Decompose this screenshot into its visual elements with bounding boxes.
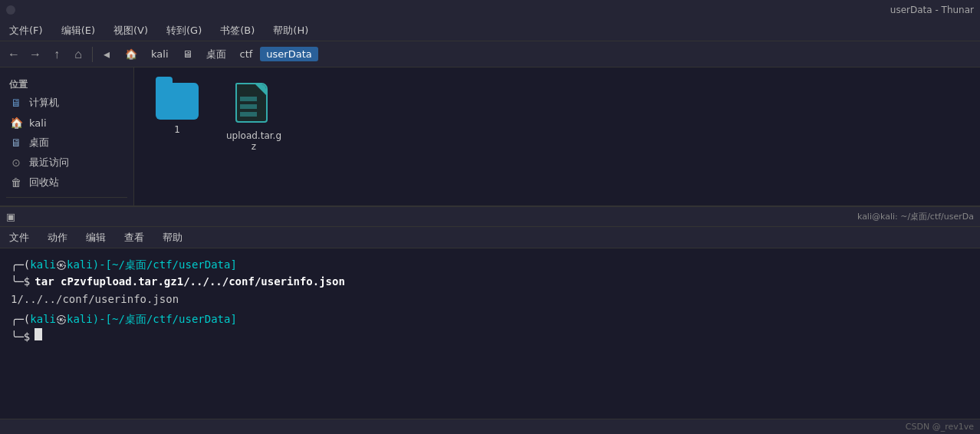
sidebar-item-kali[interactable]: 🏠 kali xyxy=(0,113,133,133)
fm-menu-help[interactable]: 帮助(H) xyxy=(270,22,311,39)
prompt-line-1: ╭─(kali㉿kali)-[~/桌面/ctf/userData] xyxy=(11,256,969,273)
term-terminal-icon: ▣ xyxy=(6,211,15,222)
term-bottom-text: CSDN @_rev1ve xyxy=(906,422,974,432)
fm-toolbar: ← → ↑ ⌂ ◂ 🏠 kali 🖥 桌面 ctf userData xyxy=(0,41,980,67)
command-line-2: ╰─$ xyxy=(11,328,969,345)
places-label: 位置 xyxy=(0,74,133,93)
prompt-corner-1: ╭─( xyxy=(11,256,30,273)
prompt-host-1: kali xyxy=(67,256,93,273)
breadcrumb-desktop-icon: 🖥 xyxy=(176,47,199,61)
fm-menu-view[interactable]: 视图(V) xyxy=(110,22,151,39)
prompt-dollar-1: $ xyxy=(24,273,30,290)
output-line-1: 1/../../conf/userinfo.json xyxy=(11,291,969,307)
fm-titlebar-left xyxy=(6,5,15,15)
fm-titlebar: userData - Thunar xyxy=(0,0,980,20)
breadcrumb-bar: 🏠 kali 🖥 桌面 ctf userData xyxy=(119,46,318,63)
prompt-user-1: kali xyxy=(30,256,56,273)
term-menu-help[interactable]: 帮助 xyxy=(159,229,186,246)
breadcrumb-desktop[interactable]: 桌面 xyxy=(200,46,232,63)
sidebar-label-desktop: 桌面 xyxy=(29,136,49,150)
fm-window-title: userData - Thunar xyxy=(890,5,974,15)
term-title: kali@kali: ~/桌面/ctf/userDa xyxy=(857,211,974,222)
prompt-at-2: ㉿ xyxy=(56,311,67,327)
cmd-archive-name: upload.tar.gz xyxy=(93,273,177,290)
home-button[interactable]: ⌂ xyxy=(69,45,87,64)
fm-menu-file[interactable]: 文件(F) xyxy=(6,22,46,39)
sidebar-label-kali: kali xyxy=(29,117,47,129)
term-bottom-bar: CSDN @_rev1ve xyxy=(0,419,980,434)
term-titlebar-left: ▣ xyxy=(6,211,15,222)
prompt-bracket-2: )-[ xyxy=(93,311,112,327)
breadcrumb-kali[interactable]: kali xyxy=(145,47,175,61)
archive-stripe-2 xyxy=(240,104,257,109)
term-titlebar: ▣ kali@kali: ~/桌面/ctf/userDa xyxy=(0,207,980,227)
file-item-folder-1[interactable]: 1 xyxy=(146,80,208,155)
prompt-host-2: kali xyxy=(67,311,93,327)
term-menu-view[interactable]: 查看 xyxy=(121,229,147,246)
sidebar-label-recent: 最近访问 xyxy=(29,156,69,169)
prompt-bracket-close-2: ] xyxy=(230,311,236,327)
up-button[interactable]: ↑ xyxy=(48,45,66,64)
fm-menubar: 文件(F) 编辑(E) 视图(V) 转到(G) 书签(B) 帮助(H) xyxy=(0,20,980,41)
kali-icon: 🏠 xyxy=(9,116,23,130)
breadcrumb-userdata[interactable]: userData xyxy=(260,47,317,61)
prompt-dollar-2: $ xyxy=(24,328,30,345)
file-label-archive: upload.tar.gz xyxy=(226,130,281,152)
minimize-button[interactable] xyxy=(6,5,15,15)
desktop-icon: 🖥 xyxy=(9,136,23,150)
prompt-user-2: kali xyxy=(30,311,56,327)
command-line-1: ╰─$ tar cPzvf upload.tar.gz 1/../../conf… xyxy=(11,273,969,290)
term-body[interactable]: ╭─(kali㉿kali)-[~/桌面/ctf/userData] ╰─$ ta… xyxy=(0,248,980,419)
devices-label: 设备 xyxy=(0,202,133,205)
prompt-bracket-1: )-[ xyxy=(93,256,112,273)
file-label-1: 1 xyxy=(174,124,180,135)
term-menu-action[interactable]: 动作 xyxy=(44,229,71,246)
sidebar-label-computer: 计算机 xyxy=(29,96,59,110)
prompt-at-1: ㉿ xyxy=(56,256,67,273)
prompt-corner-cmd-1: ╰─ xyxy=(11,273,24,290)
fm-menu-go[interactable]: 转到(G) xyxy=(163,22,205,39)
term-menu-edit[interactable]: 编辑 xyxy=(83,229,109,246)
sidebar-label-trash: 回收站 xyxy=(29,176,59,189)
cmd-tar: tar cPzvf xyxy=(35,273,93,290)
archive-icon-wrap xyxy=(235,83,272,126)
archive-icon-body xyxy=(235,83,268,123)
folder-icon-1 xyxy=(156,83,199,120)
cmd-path-arg: 1/../../conf/userinfo.json xyxy=(177,273,345,290)
file-manager-window: userData - Thunar 文件(F) 编辑(E) 视图(V) 转到(G… xyxy=(0,0,980,207)
fm-sidebar: 位置 🖥 计算机 🏠 kali 🖥 桌面 ⊙ 最近访问 🗑 回收站 xyxy=(0,67,134,205)
prompt-corner-2: ╭─( xyxy=(11,311,30,327)
fm-menu-bookmarks[interactable]: 书签(B) xyxy=(217,22,258,39)
sidebar-item-recent[interactable]: ⊙ 最近访问 xyxy=(0,153,133,173)
arrow-left-button[interactable]: ◂ xyxy=(97,45,116,64)
prompt-path-2: ~/桌面/ctf/userData xyxy=(112,311,230,327)
fm-content: 位置 🖥 计算机 🏠 kali 🖥 桌面 ⊙ 最近访问 🗑 回收站 xyxy=(0,67,980,205)
forward-button[interactable]: → xyxy=(26,45,44,64)
cursor xyxy=(35,328,42,340)
fm-menu-edit[interactable]: 编辑(E) xyxy=(58,22,98,39)
prompt-corner-cmd-2: ╰─ xyxy=(11,328,24,345)
computer-icon: 🖥 xyxy=(9,96,23,110)
archive-stripe-3 xyxy=(240,112,257,117)
breadcrumb-ctf[interactable]: ctf xyxy=(234,47,259,61)
sidebar-item-trash[interactable]: 🗑 回收站 xyxy=(0,173,133,192)
prompt-line-2: ╭─(kali㉿kali)-[~/桌面/ctf/userData] xyxy=(11,311,969,327)
sidebar-item-desktop[interactable]: 🖥 桌面 xyxy=(0,133,133,153)
toolbar-separator xyxy=(92,47,93,62)
file-item-archive[interactable]: upload.tar.gz xyxy=(223,80,284,155)
prompt-bracket-close-1: ] xyxy=(230,256,236,273)
recent-icon: ⊙ xyxy=(9,156,23,169)
archive-stripe-1 xyxy=(240,97,257,101)
terminal-window: ▣ kali@kali: ~/桌面/ctf/userDa 文件 动作 编辑 查看… xyxy=(0,207,980,434)
term-menu-file[interactable]: 文件 xyxy=(6,229,32,246)
term-menubar: 文件 动作 编辑 查看 帮助 xyxy=(0,227,980,248)
fm-files-area: 1 upload.tar.gz xyxy=(134,67,980,205)
prompt-path-1: ~/桌面/ctf/userData xyxy=(112,256,230,273)
trash-icon: 🗑 xyxy=(9,176,23,189)
sidebar-item-computer[interactable]: 🖥 计算机 xyxy=(0,93,133,113)
back-button[interactable]: ← xyxy=(5,45,23,64)
breadcrumb-home-icon[interactable]: 🏠 xyxy=(119,47,143,61)
sidebar-divider-1 xyxy=(6,197,127,198)
